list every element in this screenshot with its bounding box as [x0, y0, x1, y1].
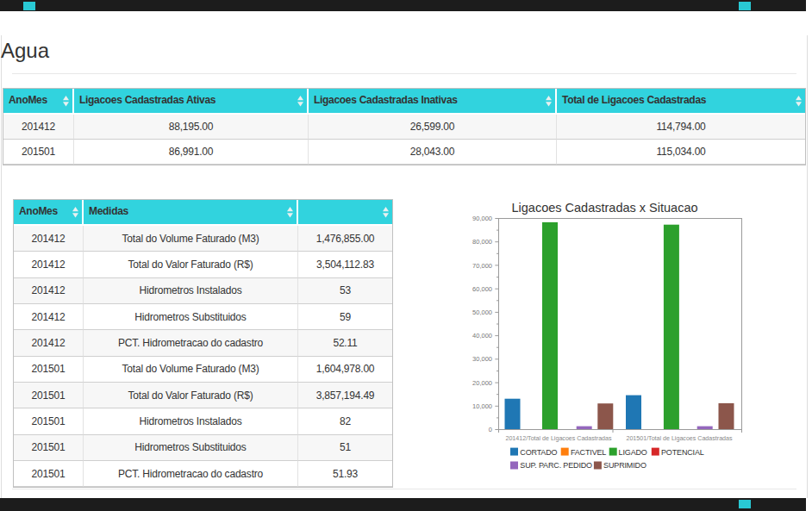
- svg-text:201501/Total de Ligacoes Cadas: 201501/Total de Ligacoes Cadastradas: [626, 435, 732, 442]
- svg-text:20,000: 20,000: [472, 379, 492, 387]
- svg-text:CORTADO: CORTADO: [520, 448, 557, 457]
- svg-text:SUPRIMIDO: SUPRIMIDO: [603, 461, 646, 470]
- svg-text:80,000: 80,000: [472, 238, 492, 246]
- svg-text:FACTIVEL: FACTIVEL: [571, 448, 606, 457]
- svg-text:SUP. PARC. PEDIDO: SUP. PARC. PEDIDO: [520, 461, 592, 470]
- svg-text:POTENCIAL: POTENCIAL: [661, 448, 704, 457]
- svg-text:0: 0: [489, 426, 492, 433]
- svg-text:10,000: 10,000: [472, 402, 492, 410]
- svg-text:30,000: 30,000: [472, 355, 492, 363]
- svg-text:90,000: 90,000: [472, 215, 492, 222]
- svg-text:201412/Total de Ligacoes Cadas: 201412/Total de Ligacoes Cadastradas: [505, 435, 611, 442]
- svg-text:50,000: 50,000: [472, 308, 492, 316]
- svg-text:70,000: 70,000: [472, 262, 492, 270]
- svg-text:40,000: 40,000: [472, 332, 492, 340]
- svg-text:60,000: 60,000: [472, 285, 492, 293]
- svg-text:Ligacoes Cadastradas x Situaca: Ligacoes Cadastradas x Situacao: [511, 201, 697, 215]
- svg-text:LIGADO: LIGADO: [619, 448, 647, 457]
